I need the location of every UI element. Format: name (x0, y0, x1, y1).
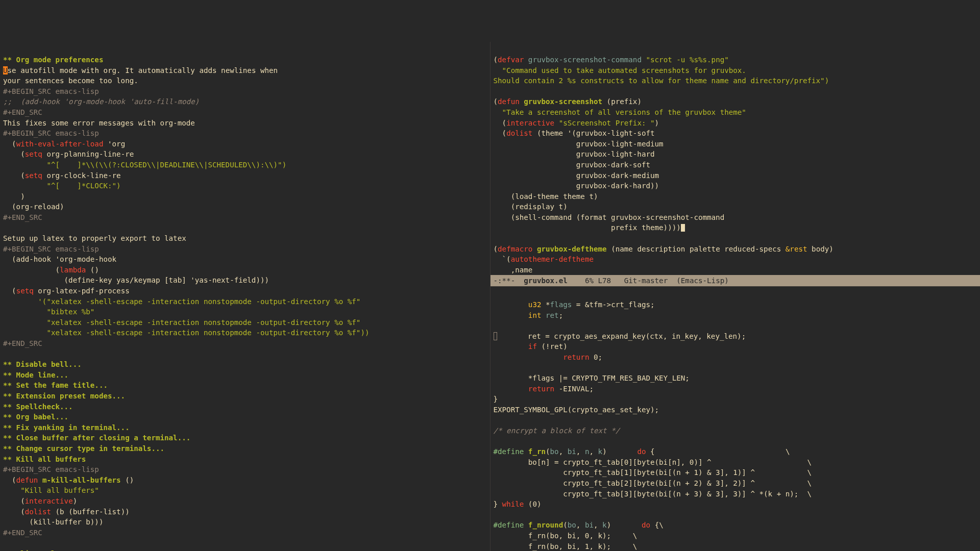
src-end: #+END_SRC (3, 529, 42, 537)
code-line: (org-reload) (3, 203, 64, 211)
org-heading: ** Change cursor type in terminals... (3, 444, 164, 453)
code-line: "xelatex -shell-escape -interaction nons… (3, 318, 360, 327)
code-line: EXPORT_SYMBOL_GPL(crypto_aes_set_key); (494, 406, 659, 414)
cursor: U (3, 66, 8, 74)
code-line: if (!ret) (494, 342, 568, 350)
org-heading: ** Kill all buffers (3, 455, 86, 463)
code-line: bo[n] = crypto_ft_tab[0][byte(bi[n], 0)]… (494, 458, 812, 466)
body-text: Setup up latex to properly export to lat… (3, 234, 186, 242)
src-begin: #+BEGIN_SRC emacs-lisp (3, 87, 99, 95)
org-heading: ** Mode line... (3, 371, 68, 379)
src-begin: #+BEGIN_SRC emacs-lisp (3, 129, 99, 137)
code-line: (interactive "sScreenshot Prefix: ") (494, 119, 659, 127)
right-top-buffer[interactable]: (defvar gruvbox-screenshot-command "scro… (491, 42, 981, 274)
code-line: "Command used to take automated screensh… (494, 66, 746, 74)
right-top-modeline[interactable]: -:**- gruvbox.el 6% L78 Git-master (Emac… (491, 275, 981, 287)
code-line: (add-hook 'org-mode-hook (3, 255, 116, 263)
code-line: "Kill all buffers" (3, 486, 99, 494)
code-line: gruvbox-dark-hard)) (494, 182, 659, 190)
left-buffer[interactable]: ** Org mode preferences Use autofill mod… (0, 42, 490, 551)
ml-pos: 6% L78 (568, 276, 624, 286)
org-heading: ** Org babel... (3, 413, 68, 421)
org-heading: ** Org mode preferences (3, 56, 103, 64)
code-line: f_rn(bo, bi, 1, k); \ (494, 542, 638, 550)
code-line: (setq org-clock-line-re (3, 171, 121, 180)
code-line: #define f_nround(bo, bi, k) do {\ (494, 521, 664, 529)
code-line: return 0; (494, 353, 603, 361)
code-line: prefix theme)))) (494, 223, 685, 232)
code-line: /* encrypt a block of text */ (494, 427, 620, 435)
commented-code: ;; (add-hook 'org-mode-hook 'auto-fill-m… (3, 97, 199, 106)
code-line: (defun gruvbox-screenshot (prefix) (494, 97, 642, 106)
code-line: (defun m-kill-all-buffers () (3, 476, 134, 484)
code-line: (interactive) (3, 497, 77, 505)
org-heading: ** Extension preset modes... (3, 392, 125, 400)
code-line: ret = crypto_aes_expand_key(ctx, in_key,… (494, 332, 746, 340)
code-line: #define f_rn(bo, bi, n, k) do { \ (494, 447, 790, 456)
code-line: "^[ ]*\\(\\(?:CLOSED\\|DEADLINE\\|SCHEDU… (3, 161, 286, 169)
code-line: crypto_ft_tab[3][byte(bi[(n + 3) & 3], 3… (494, 490, 812, 498)
ml-mode: (Emacs-Lisp) (676, 276, 729, 286)
code-line: `(autothemer-deftheme (494, 255, 594, 263)
code-line: ) (3, 192, 25, 201)
code-line: (redisplay t) (494, 203, 568, 211)
left-window[interactable]: ** Org mode preferences Use autofill mod… (0, 42, 491, 551)
src-begin: #+BEGIN_SRC emacs-lisp (3, 465, 99, 473)
emacs-frame: ** Org mode preferences Use autofill mod… (0, 42, 980, 551)
ml-vc: Git-master (624, 276, 677, 286)
code-line: (lambda () (3, 266, 99, 274)
code-line: } while (0) (494, 500, 542, 508)
code-line: *flags |= CRYPTO_TFM_RES_BAD_KEY_LEN; (494, 374, 690, 382)
code-line: (kill-buffer b))) (3, 518, 103, 526)
code-line: crypto_ft_tab[1][byte(bi[(n + 1) & 3], 1… (494, 468, 812, 477)
org-heading: ** Spellcheck... (3, 403, 73, 411)
code-line: "xelatex -shell-escape -interaction nons… (3, 329, 370, 337)
right-top-window[interactable]: (defvar gruvbox-screenshot-command "scro… (491, 42, 981, 287)
code-line: (setq org-latex-pdf-process (3, 287, 130, 295)
code-line: (shell-command (format gruvbox-screensho… (494, 213, 725, 221)
org-heading: ** Fix yanking in terminal... (3, 423, 130, 432)
body-text: your sentences become too long. (3, 77, 138, 85)
ml-buffer-name: gruvbox.el (524, 276, 567, 286)
src-begin: #+BEGIN_SRC emacs-lisp (3, 245, 99, 253)
code-line: "bibtex %b" (3, 308, 94, 316)
org-heading: ** Set the fame title... (3, 381, 108, 389)
code-line: gruvbox-light-hard (494, 150, 655, 158)
right-column: (defvar gruvbox-screenshot-command "scro… (491, 42, 981, 551)
code-line: int ret; (494, 311, 564, 319)
code-line: crypto_ft_tab[2][byte(bi[(n + 2) & 3], 2… (494, 479, 812, 487)
cursor (681, 224, 685, 232)
org-heading: ** Close buffer after closing a terminal… (3, 434, 190, 442)
code-line: ,name (494, 266, 533, 274)
code-line: gruvbox-dark-soft (494, 161, 651, 169)
body-text: This fixes some error messages with org-… (3, 119, 195, 127)
src-end: #+END_SRC (3, 108, 42, 116)
body-text: se autofill mode with org. It automatica… (8, 66, 278, 74)
code-line: "^[ ]*CLOCK:") (3, 182, 121, 190)
code-line: gruvbox-light-medium (494, 140, 664, 148)
code-line: "Take a screenshot of all versions of th… (494, 108, 746, 116)
code-line: (with-eval-after-load 'org (3, 140, 125, 148)
code-line: (dolist (theme '(gruvbox-light-soft (494, 129, 655, 137)
code-line: '("xelatex -shell-escape -interaction no… (3, 297, 360, 306)
code-line: gruvbox-dark-medium (494, 171, 659, 180)
src-end: #+END_SRC (3, 213, 42, 221)
code-line: (dolist (b (buffer-list)) (3, 508, 130, 516)
code-line: (defvar gruvbox-screenshot-command "scro… (494, 56, 729, 64)
code-line: } (494, 395, 498, 403)
code-line: Should contain 2 %s constructs to allow … (494, 77, 829, 85)
ml-flags: -:**- (494, 276, 524, 286)
right-bot-window[interactable]: u32 *flags = &tfm->crt_flags; int ret; r… (491, 287, 981, 551)
code-line: (load-theme theme t) (494, 192, 598, 201)
code-line: (define-key yas/keymap [tab] 'yas-next-f… (3, 276, 269, 284)
right-bot-buffer[interactable]: u32 *flags = &tfm->crt_flags; int ret; r… (491, 287, 981, 551)
code-line: (setq org-planning-line-re (3, 150, 134, 158)
code-line: return -EINVAL; (494, 385, 594, 393)
code-line: u32 *flags = &tfm->crt_flags; (494, 300, 655, 309)
code-line: (defmacro gruvbox-deftheme (name descrip… (494, 245, 834, 253)
org-heading: ** Disable bell... (3, 360, 82, 368)
code-line: f_rn(bo, bi, 0, k); \ (494, 532, 638, 540)
src-end: #+END_SRC (3, 339, 42, 347)
